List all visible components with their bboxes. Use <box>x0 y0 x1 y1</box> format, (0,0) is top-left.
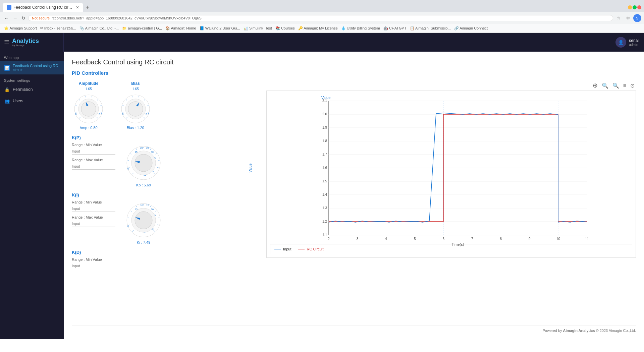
svg-text:1.9: 1.9 <box>322 126 327 129</box>
svg-text:30: 30 <box>151 151 154 153</box>
svg-line-21 <box>132 96 132 97</box>
ki-max-group: Range : Max Value <box>72 215 115 227</box>
input-line <box>329 113 587 222</box>
bookmark-aimagin-sub[interactable]: 📋 Aimagin: Submissio... <box>409 26 452 31</box>
controls-column: Amplitude 1.65 <box>72 81 260 326</box>
chart-zoom-in-tool[interactable]: 🔍 <box>600 81 610 90</box>
svg-line-75 <box>158 218 159 218</box>
close-button[interactable] <box>637 5 641 9</box>
address-text: rccontrol.ddns.net/?_appId=app_168899268… <box>52 16 202 20</box>
bias-value-bottom: Bias : 1.20 <box>127 126 144 130</box>
svg-text:3.3: 3.3 <box>99 113 103 116</box>
logo-area: Analytics by Aimagin <box>12 38 39 47</box>
nav-forward-button[interactable]: → <box>11 15 19 21</box>
sidebar-item-users[interactable]: 👥 Users <box>0 95 64 107</box>
ki-knob[interactable]: 10 15 20 25 30 35 40 45 50 <box>123 200 164 240</box>
user-role: admin <box>629 43 639 47</box>
kd-min-label: Range : Min Value <box>72 257 260 261</box>
kp-min-input[interactable] <box>72 148 115 155</box>
logo-sub: by Aimagin <box>12 44 39 47</box>
svg-line-69 <box>128 218 129 218</box>
bookmark-simulink[interactable]: 📊 Simulink_Test <box>242 26 273 31</box>
bookmark-aimagin-home[interactable]: 🏠 Aimagin: Home <box>164 26 198 31</box>
sidebar-item-feedback[interactable]: 📊 Feedback Control using RC circuit <box>0 61 64 74</box>
kd-section: K(D) Range : Min Value <box>72 250 260 269</box>
chart-list-tool[interactable]: ≡ <box>622 81 628 90</box>
ki-min-label: Range : Min Value <box>72 200 115 204</box>
legend-rc-label: RC Circuit <box>307 247 323 251</box>
svg-text:2.1: 2.1 <box>322 99 327 103</box>
user-info: senal admin <box>629 38 639 47</box>
svg-text:2: 2 <box>328 237 330 241</box>
users-icon: 👥 <box>4 98 10 104</box>
svg-text:1.8: 1.8 <box>322 139 327 143</box>
svg-text:30: 30 <box>151 208 154 211</box>
tab-close-icon[interactable]: ✕ <box>76 5 79 10</box>
bookmark-icon[interactable]: ☆ <box>614 14 623 22</box>
minimize-button[interactable] <box>628 5 632 9</box>
bookmark-aimagin-support[interactable]: ⭐ Aimagin Support <box>3 26 38 31</box>
kp-section: K(P) Range : Min Value Range : Max Value <box>72 135 260 187</box>
profile-icon[interactable]: S <box>633 14 641 22</box>
bias-group: Bias 1.65 <box>119 81 152 130</box>
legend-input-item: Input <box>274 247 291 251</box>
svg-line-77 <box>154 230 155 232</box>
ki-min-input[interactable] <box>72 206 115 212</box>
bookmark-aimagin-central[interactable]: 📁 aimagin-central | G... <box>121 26 163 31</box>
bookmark-chatgpt[interactable]: 🤖 CHATGPT <box>382 26 408 31</box>
svg-line-26 <box>144 117 145 118</box>
svg-text:2.0: 2.0 <box>322 112 327 116</box>
hamburger-icon[interactable]: ☰ <box>4 39 9 46</box>
page-title: Feedback Control using RC circuit <box>72 58 636 66</box>
bias-knob[interactable]: 0 3.3 <box>119 92 152 126</box>
chart-container: Value Value <box>266 91 636 258</box>
svg-line-22 <box>139 96 139 97</box>
extensions-icon[interactable]: ⚙ <box>624 14 632 22</box>
bookmark-utility-billing[interactable]: 💧 Utility Billing System <box>340 26 381 31</box>
svg-text:4: 4 <box>385 237 387 241</box>
footer-text: Powered by Aimagin Analytics © 2023 Aima… <box>542 329 636 333</box>
bookmark-my-license[interactable]: 🔑 Aimagin: My License <box>297 26 339 31</box>
bookmark-courses[interactable]: 📚 Courses <box>274 26 296 31</box>
amplitude-knob[interactable]: 0 3.3 <box>72 92 105 126</box>
username: senal <box>629 38 639 43</box>
svg-line-70 <box>130 211 131 212</box>
sidebar-item-permission[interactable]: 🔒 Permission <box>0 84 64 95</box>
bookmark-inbox[interactable]: ✉ Inbox - senalr@ai... <box>39 26 78 31</box>
kp-knob[interactable]: 10 15 20 25 30 35 40 45 50 <box>123 143 164 183</box>
sidebar-header: ☰ Analytics by Aimagin <box>0 33 64 52</box>
new-tab-button[interactable]: + <box>83 4 92 11</box>
bookmark-aimagin-connect[interactable]: 🔗 Aimagin Connect <box>453 26 489 31</box>
chart-svg: Value Value <box>270 94 632 242</box>
kd-min-input[interactable] <box>72 263 115 269</box>
kp-max-input[interactable] <box>72 163 115 170</box>
maximize-button[interactable] <box>633 5 637 9</box>
bookmark-aimagin-co[interactable]: 📎 Aimagin Co., Ltd. -... <box>78 26 120 31</box>
svg-line-52 <box>154 173 155 174</box>
kp-min-group: Range : Min Value <box>72 143 115 155</box>
svg-text:3.3: 3.3 <box>146 113 150 116</box>
bookmark-waijung[interactable]: 📘 Waijung 2 User Gui... <box>198 26 241 31</box>
chart-zoom-out-tool[interactable]: 🔍 <box>611 81 621 90</box>
chart-move-tool[interactable]: ⊕ <box>591 81 599 90</box>
ki-max-input[interactable] <box>72 221 115 227</box>
svg-text:0: 0 <box>75 113 77 116</box>
svg-line-49 <box>156 154 157 154</box>
kp-knob-group: 10 15 20 25 30 35 40 45 50 <box>123 143 164 187</box>
amplitude-label: Amplitude <box>79 81 99 86</box>
svg-line-48 <box>150 149 151 150</box>
user-area[interactable]: 👤 senal admin <box>615 37 644 48</box>
active-tab[interactable]: Feedback Control using RC circu... ✕ <box>3 3 83 12</box>
svg-line-46 <box>136 149 137 150</box>
not-secure-label: Not secure <box>32 16 50 20</box>
chart-settings-tool[interactable]: ⊙ <box>629 81 636 90</box>
svg-line-73 <box>150 206 151 207</box>
nav-refresh-button[interactable]: ↻ <box>20 15 27 21</box>
nav-back-button[interactable]: ← <box>3 15 10 21</box>
sidebar: Web app 📊 Feedback Control using RC circ… <box>0 52 64 339</box>
svg-point-80 <box>135 212 152 229</box>
kp-knob-value: Kp : 5.69 <box>136 183 151 187</box>
address-bar[interactable]: Not secure rccontrol.ddns.net/?_appId=ap… <box>28 15 613 21</box>
svg-line-71 <box>136 206 137 207</box>
page-subtitle: PID Controllers <box>72 70 636 76</box>
